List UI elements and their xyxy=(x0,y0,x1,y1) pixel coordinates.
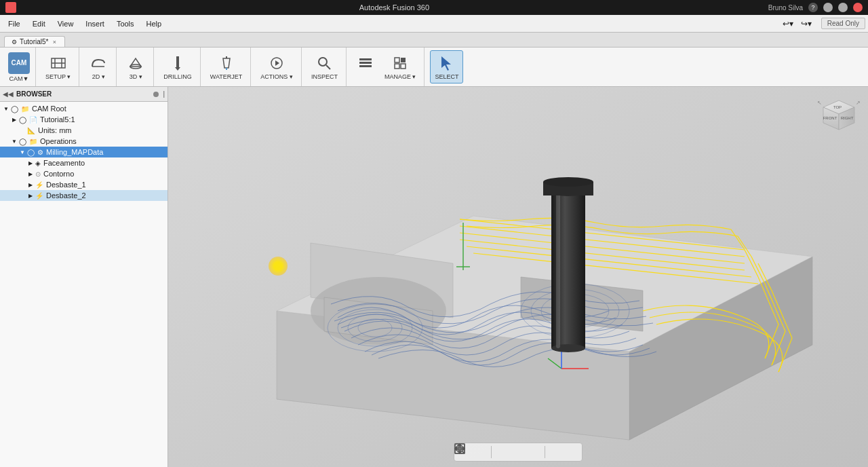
tree-item-operations[interactable]: ▼ ◯ 📁 Operations xyxy=(0,136,167,147)
menu-bar: File Edit View Insert Tools Help ↩▾ ↪▾ R… xyxy=(0,15,868,33)
toolbar: CAM CAM▼ SETUP ▾ 2D ▾ 3D ▾ xyxy=(0,48,868,87)
toolbar-3d-group: 3D ▾ xyxy=(118,48,154,86)
faceamento-icon: ◈ xyxy=(35,160,41,167)
setup-icon xyxy=(49,54,68,73)
tree-item-faceamento[interactable]: ▶ ◈ Faceamento xyxy=(0,157,167,168)
milling-mapdata-label: Milling_MAPData xyxy=(46,148,103,156)
bottom-toolbar xyxy=(454,443,583,462)
svg-rect-76 xyxy=(460,449,465,453)
2d-button[interactable]: 2D ▾ xyxy=(85,51,112,83)
pan-button[interactable] xyxy=(494,445,509,460)
tutorial5-icon: ◯ xyxy=(19,116,26,124)
tree-item-desbaste-2[interactable]: ▶ ⚡ Desbaste_2 xyxy=(0,190,167,201)
units-icon: 📐 xyxy=(27,127,35,134)
svg-marker-11 xyxy=(275,60,279,66)
2d-icon xyxy=(89,54,108,73)
menu-insert[interactable]: Insert xyxy=(80,18,110,30)
help-button[interactable]: ? xyxy=(808,3,818,12)
tree-item-units[interactable]: 📐 Units: mm xyxy=(0,125,167,136)
tab-tutorial5[interactable]: ⚙ Tutorial5* × xyxy=(4,36,65,47)
separator2 xyxy=(545,446,545,458)
user-name: Bruno Silva xyxy=(768,4,803,12)
browser-dot xyxy=(153,92,159,97)
display-mode-button[interactable] xyxy=(548,445,563,460)
svg-point-12 xyxy=(319,58,327,66)
menu-edit[interactable]: Edit xyxy=(27,18,51,30)
tab-close-button[interactable]: × xyxy=(51,39,58,45)
tab-icon: ⚙ xyxy=(12,39,17,45)
desbaste1-label: Desbaste_1 xyxy=(46,181,86,189)
browser-title: BROWSER xyxy=(16,90,151,98)
svg-rect-18 xyxy=(401,58,406,62)
zoom-out-button[interactable] xyxy=(527,445,542,460)
drilling-button[interactable]: DRILLING xyxy=(159,51,196,83)
toolbar-drilling-group: DRILLING xyxy=(155,48,201,86)
actions-buttons: ACTIONS ▾ xyxy=(256,51,297,83)
redo-button[interactable]: ↪▾ xyxy=(798,19,814,29)
tree-item-milling-mapdata[interactable]: ▼ ◯ ⚙ Milling_MAPData xyxy=(0,147,167,157)
browser-pin[interactable]: | xyxy=(163,90,165,98)
cam-icon: CAM xyxy=(8,52,30,74)
contorno-label: Contorno xyxy=(43,170,74,178)
viewport[interactable]: TOP FRONT RIGHT ↗ ↖ xyxy=(168,87,868,467)
milling-icon: ◯ xyxy=(27,149,35,156)
expand-icon: ▶ xyxy=(27,160,34,166)
select-label: SELECT xyxy=(435,73,458,80)
svg-rect-74 xyxy=(460,444,465,448)
browser-collapse-button[interactable]: ◀◀ xyxy=(3,90,14,98)
tree-item-tutorial5[interactable]: ▶ ◯ 📄 Tutorial5:1 xyxy=(0,114,167,125)
drilling-label: DRILLING xyxy=(163,73,192,80)
toolbar-actions-group: ACTIONS ▾ xyxy=(252,48,302,86)
grid-button[interactable] xyxy=(564,445,579,460)
menu-file[interactable]: File xyxy=(3,18,26,30)
desbaste2-icon: ⚡ xyxy=(35,192,43,200)
expand-icon: ▶ xyxy=(27,193,34,199)
tab-label: Tutorial5* xyxy=(20,38,48,45)
undo-button[interactable]: ↩▾ xyxy=(780,19,796,29)
cam-root-folder-icon: 📁 xyxy=(21,105,29,113)
minimize-button[interactable] xyxy=(823,3,833,12)
menu-help[interactable]: Help xyxy=(141,18,167,30)
main-area: ◀◀ BROWSER | ▼ ◯ 📁 CAM Root ▶ ◯ 📄 Tutori… xyxy=(0,87,868,467)
app-title: Autodesk Fusion 360 xyxy=(20,3,768,12)
browser-tree: ▼ ◯ 📁 CAM Root ▶ ◯ 📄 Tutorial5:1 📐 Units… xyxy=(0,102,167,467)
svg-marker-7 xyxy=(175,67,180,71)
waterjet-button[interactable]: WATERJET xyxy=(206,51,247,83)
maximize-button[interactable] xyxy=(838,3,848,12)
svg-rect-73 xyxy=(455,444,459,448)
select-button[interactable]: SELECT xyxy=(430,50,463,83)
setup-button[interactable]: SETUP ▾ xyxy=(41,51,75,83)
manage-button2[interactable]: MANAGE ▾ xyxy=(380,51,420,83)
svg-rect-46 xyxy=(556,192,560,348)
expand-icon: ▼ xyxy=(3,106,9,112)
tree-item-desbaste-1[interactable]: ▶ ⚡ Desbaste_1 xyxy=(0,179,167,190)
toolbar-setup-group: SETUP ▾ xyxy=(37,48,79,86)
viewcube[interactable]: TOP FRONT RIGHT ↗ ↖ xyxy=(815,92,863,140)
expand-icon: ▶ xyxy=(27,182,34,188)
cam-button[interactable]: CAM CAM▼ xyxy=(3,48,36,86)
drilling-icon xyxy=(168,54,187,73)
tree-item-contorno[interactable]: ▶ ⊙ Contorno xyxy=(0,168,167,179)
2d-label: 2D ▾ xyxy=(92,73,105,80)
tutorial5-doc-icon: 📄 xyxy=(29,116,37,124)
zoom-button[interactable] xyxy=(511,445,526,460)
expand-icon: ▼ xyxy=(19,149,26,155)
operations-folder-icon: 📁 xyxy=(29,138,37,145)
expand-icon: ▶ xyxy=(27,171,34,177)
orbit-button[interactable] xyxy=(473,445,488,460)
toolbar-inspect-group: INSPECT xyxy=(303,48,347,86)
browser-panel: ◀◀ BROWSER | ▼ ◯ 📁 CAM Root ▶ ◯ 📄 Tutori… xyxy=(0,87,168,467)
manage-button1[interactable] xyxy=(352,51,379,83)
inspect-button[interactable]: INSPECT xyxy=(307,51,342,83)
close-button[interactable] xyxy=(853,3,863,12)
svg-text:RIGHT: RIGHT xyxy=(841,116,854,120)
menu-view[interactable]: View xyxy=(52,18,79,30)
3d-button[interactable]: 3D ▾ xyxy=(122,51,149,83)
svg-rect-19 xyxy=(395,64,399,69)
actions-button1[interactable]: ACTIONS ▾ xyxy=(256,51,297,83)
tree-item-cam-root[interactable]: ▼ ◯ 📁 CAM Root xyxy=(0,103,167,114)
svg-rect-16 xyxy=(359,65,372,67)
manage-buttons: MANAGE ▾ xyxy=(352,51,420,83)
menu-tools[interactable]: Tools xyxy=(111,18,140,30)
svg-rect-15 xyxy=(359,62,372,64)
